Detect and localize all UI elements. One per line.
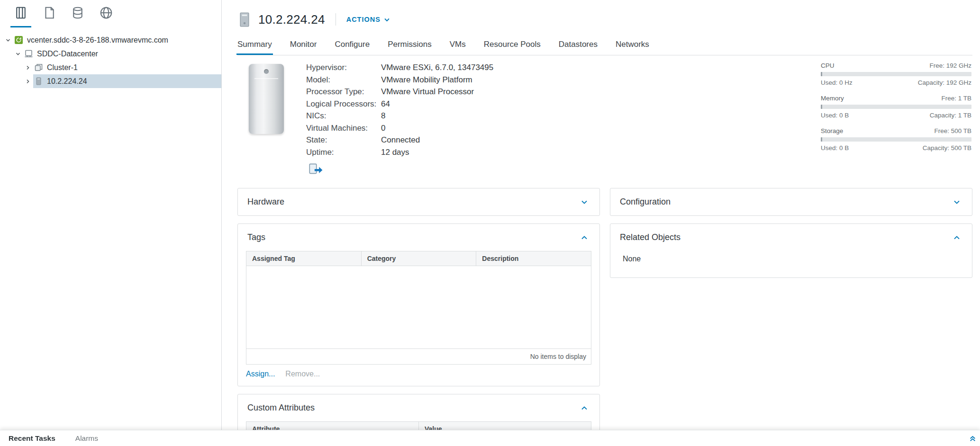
- meter-free: Free: 192 GHz: [929, 61, 971, 70]
- chevron-up-icon[interactable]: [579, 232, 590, 243]
- detail-label: Logical Processors:: [306, 98, 381, 110]
- tab-resource-pools[interactable]: Resource Pools: [484, 34, 541, 55]
- recent-tasks-tab[interactable]: Recent Tasks: [9, 434, 55, 443]
- memory-meter: Memory Free: 1 TB Used: 0 B Capacity: 1 …: [821, 94, 971, 120]
- host-icon: [34, 77, 43, 86]
- tree-item-datacenter[interactable]: SDDC-Datacenter: [0, 47, 221, 61]
- inventory-nav-bar: [0, 0, 221, 27]
- panel-title: Tags: [247, 232, 265, 242]
- tree-item-vcenter[interactable]: vcenter.sddc-3-8-26-188.vmwarevmc.com: [0, 33, 221, 47]
- detail-row: NICs: 8: [306, 110, 493, 122]
- meter-capacity: Capacity: 192 GHz: [918, 78, 971, 87]
- detail-value: 0: [381, 122, 385, 134]
- tab-summary[interactable]: Summary: [237, 34, 272, 55]
- panel-title: Hardware: [247, 197, 284, 207]
- datacenter-icon: [24, 49, 33, 58]
- detail-value: Connected: [381, 134, 420, 146]
- chevron-right-icon[interactable]: [23, 61, 33, 74]
- double-chevron-up-icon[interactable]: [969, 435, 976, 442]
- actions-button[interactable]: ACTIONS: [346, 16, 390, 23]
- detail-row: Uptime: 12 days: [306, 146, 493, 159]
- object-header: 10.2.224.24 ACTIONS: [237, 8, 972, 31]
- chevron-down-icon[interactable]: [951, 196, 962, 208]
- nav-vms-and-templates[interactable]: [35, 0, 64, 27]
- header-separator: [336, 13, 336, 26]
- networking-globe-icon: [99, 6, 113, 22]
- meter-used: Used: 0 B: [821, 143, 849, 152]
- tree-item-host[interactable]: 10.2.224.24: [0, 74, 221, 88]
- tab-networks[interactable]: Networks: [616, 34, 649, 55]
- hardware-panel: Hardware: [237, 188, 600, 216]
- chevron-down-icon[interactable]: [13, 47, 23, 61]
- tab-configure[interactable]: Configure: [335, 34, 370, 55]
- tags-table-body-empty: [246, 266, 591, 348]
- related-objects-content: None: [610, 251, 972, 277]
- vcenter-icon: [14, 36, 23, 45]
- tab-datastores[interactable]: Datastores: [559, 34, 598, 55]
- nav-hosts-and-clusters[interactable]: [7, 0, 35, 27]
- tree-item-label: Cluster-1: [47, 63, 78, 72]
- tab-monitor[interactable]: Monitor: [290, 34, 317, 55]
- detail-value: 64: [381, 98, 390, 110]
- main-content: 10.2.224.24 ACTIONS Summary Monitor Conf…: [222, 0, 980, 430]
- column-header-description[interactable]: Description: [476, 251, 591, 266]
- tree-item-label: vcenter.sddc-3-8-26-188.vmwarevmc.com: [27, 36, 168, 45]
- chevron-up-icon[interactable]: [951, 232, 962, 243]
- column-header-assigned-tag[interactable]: Assigned Tag: [246, 251, 362, 266]
- detail-row: State: Connected: [306, 134, 493, 146]
- meter-free: Free: 500 TB: [934, 126, 971, 135]
- storage-usage-bar: [821, 137, 971, 142]
- detail-row: Hypervisor: VMware ESXi, 6.7.0, 13473495: [306, 62, 493, 74]
- chevron-down-icon[interactable]: [3, 33, 13, 47]
- detail-label: Hypervisor:: [306, 62, 381, 74]
- vsphere-client: vcenter.sddc-3-8-26-188.vmwarevmc.com: [0, 0, 980, 430]
- remove-tag-link[interactable]: Remove...: [285, 370, 320, 378]
- detail-label: Virtual Machines:: [306, 122, 381, 134]
- nav-storage[interactable]: [64, 0, 92, 27]
- detail-row: Logical Processors: 64: [306, 98, 493, 110]
- nav-networking[interactable]: [92, 0, 120, 27]
- tags-table: Assigned Tag Category Description No ite…: [246, 251, 591, 365]
- chevron-right-icon[interactable]: [23, 74, 33, 88]
- meter-name: CPU: [821, 61, 835, 70]
- tree-item-cluster[interactable]: Cluster-1: [0, 61, 221, 74]
- column-header-category[interactable]: Category: [362, 251, 477, 266]
- vms-and-templates-icon: [42, 6, 56, 22]
- detail-label: NICs:: [306, 110, 381, 122]
- detail-label: Processor Type:: [306, 86, 381, 98]
- tab-permissions[interactable]: Permissions: [388, 34, 432, 55]
- column-header-attribute[interactable]: Attribute: [246, 422, 419, 430]
- bottom-panel-bar: Recent Tasks Alarms: [0, 430, 980, 446]
- detail-label: State:: [306, 134, 381, 146]
- detail-row: Virtual Machines: 0: [306, 122, 493, 134]
- detail-value: 12 days: [381, 146, 409, 159]
- detail-value: 8: [381, 110, 385, 122]
- memory-usage-bar: [821, 105, 971, 109]
- host-image: [237, 55, 306, 185]
- export-icon[interactable]: [308, 163, 323, 176]
- chevron-down-icon[interactable]: [579, 196, 590, 208]
- tree-item-label: 10.2.224.24: [47, 77, 87, 86]
- column-header-value[interactable]: Value: [419, 422, 591, 430]
- detail-value: VMware ESXi, 6.7.0, 13473495: [381, 62, 493, 74]
- detail-label: Model:: [306, 74, 381, 86]
- panel-title: Custom Attributes: [247, 403, 315, 413]
- detail-value: VMware Mobility Platform: [381, 74, 472, 86]
- panels-left-column: Hardware Tags As: [237, 188, 600, 430]
- actions-caret-icon: [384, 16, 390, 23]
- alarms-tab[interactable]: Alarms: [75, 434, 98, 443]
- server-tower-illustration: [249, 64, 284, 134]
- assign-tag-link[interactable]: Assign...: [246, 370, 275, 378]
- tab-vms[interactable]: VMs: [450, 34, 466, 55]
- actions-button-label: ACTIONS: [346, 16, 381, 23]
- inventory-tree: vcenter.sddc-3-8-26-188.vmwarevmc.com: [0, 27, 221, 88]
- detail-row: Model: VMware Mobility Platform: [306, 74, 493, 86]
- meter-free: Free: 1 TB: [941, 94, 971, 103]
- panel-title: Related Objects: [620, 232, 681, 242]
- chevron-up-icon[interactable]: [579, 402, 590, 414]
- panels-right-column: Configuration Related Objects None: [610, 188, 972, 285]
- summary-panels: Hardware Tags As: [237, 188, 972, 430]
- configuration-panel: Configuration: [610, 188, 972, 216]
- panel-title: Configuration: [620, 197, 671, 207]
- host-details: Hypervisor: VMware ESXi, 6.7.0, 13473495…: [306, 55, 493, 185]
